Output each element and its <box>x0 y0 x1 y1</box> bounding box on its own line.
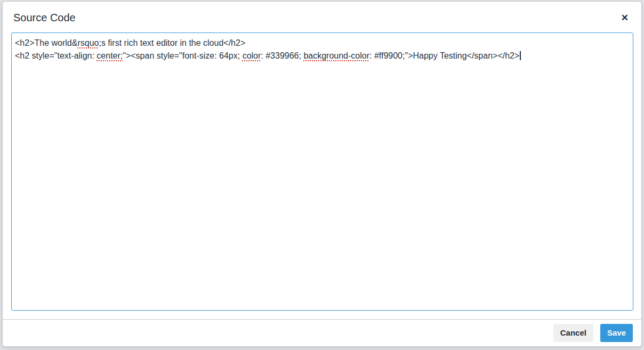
dialog-title: Source Code <box>13 10 76 25</box>
misspelled-word: rsquo <box>77 38 99 47</box>
code-content: <h2>The world&rsquo;s first rich text ed… <box>15 37 630 62</box>
close-icon: ✕ <box>621 13 629 23</box>
dialog-body: <h2>The world&rsquo;s first rich text ed… <box>3 30 641 319</box>
code-line: <h2>The world&rsquo;s first rich text ed… <box>15 37 630 50</box>
source-code-dialog: Source Code ✕ <h2>The world&rsquo;s firs… <box>2 1 642 347</box>
misspelled-word: background-color <box>303 51 369 60</box>
save-button[interactable]: Save <box>600 324 633 342</box>
code-line: <h2 style="text-align: center;"><span st… <box>15 50 630 62</box>
source-code-textarea[interactable]: <h2>The world&rsquo;s first rich text ed… <box>11 32 633 311</box>
close-button[interactable]: ✕ <box>618 11 632 25</box>
dialog-header: Source Code ✕ <box>3 2 641 30</box>
text-caret <box>520 51 521 60</box>
dialog-footer: Cancel Save <box>3 319 641 346</box>
cancel-button[interactable]: Cancel <box>553 324 593 342</box>
misspelled-word: center; <box>96 51 123 60</box>
misspelled-word: color <box>243 51 261 60</box>
